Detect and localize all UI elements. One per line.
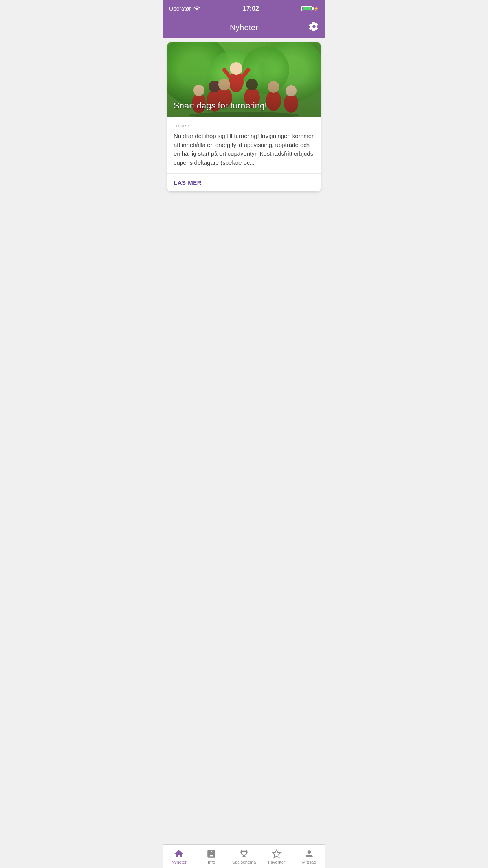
battery-container: ⚡ [301,6,319,11]
charging-icon: ⚡ [313,6,319,11]
svg-point-0 [196,11,198,11]
news-timestamp: i morse [174,123,314,129]
status-left: Operatør [169,6,200,12]
status-right: ⚡ [301,6,319,11]
gear-svg [309,21,319,31]
status-time: 17:02 [243,5,259,12]
main-content: Snart dags för turnering! i morse Nu dra… [163,38,325,266]
news-image: Snart dags för turnering! [167,42,321,117]
settings-icon[interactable] [309,21,319,34]
news-body: i morse Nu drar det ihop sig till turner… [167,117,321,173]
news-image-title: Snart dags för turnering! [174,101,267,111]
app-header: Nyheter [163,17,325,38]
battery-fill [303,7,311,10]
battery-icon [301,6,312,11]
operator-label: Operatør [169,6,191,12]
news-excerpt: Nu drar det ihop sig till turnering! Inv… [174,132,314,167]
header-title: Nyheter [230,23,258,32]
wifi-icon [193,6,200,11]
status-bar: Operatør 17:02 ⚡ [163,0,325,17]
news-image-container: Snart dags för turnering! [167,42,321,117]
news-card: Snart dags för turnering! i morse Nu dra… [167,42,321,191]
read-more-button[interactable]: LÄS MER [167,174,321,191]
